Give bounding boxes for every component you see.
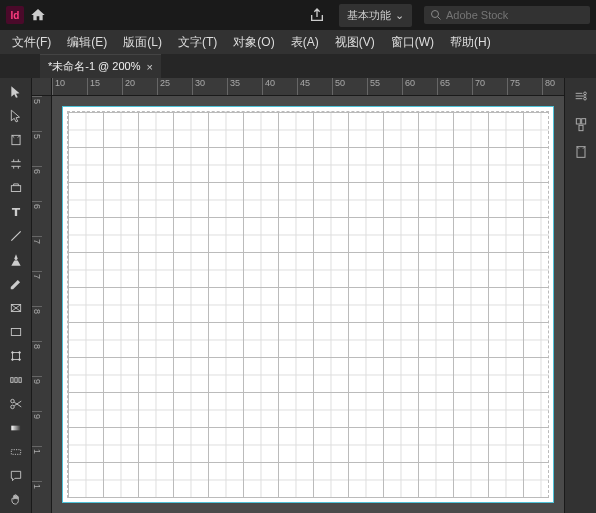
app-icon: Id	[6, 6, 24, 24]
svg-rect-4	[11, 329, 20, 336]
scissors-tool[interactable]	[0, 392, 32, 416]
svg-point-13	[11, 399, 15, 403]
ruler-tick: 8	[32, 306, 42, 341]
svg-point-6	[12, 352, 14, 354]
selection-tool[interactable]	[0, 80, 32, 104]
svg-rect-16	[11, 450, 20, 455]
ruler-tick: 15	[87, 78, 122, 95]
free-transform-tool[interactable]	[0, 344, 32, 368]
direct-selection-tool[interactable]	[0, 104, 32, 128]
ruler-tick: 10	[52, 78, 87, 95]
ruler-tick: 5	[32, 96, 42, 131]
search-icon	[430, 9, 442, 21]
ruler-tick: 50	[332, 78, 367, 95]
menu-window[interactable]: 窗口(W)	[383, 31, 442, 54]
svg-rect-11	[15, 378, 17, 383]
svg-rect-12	[19, 378, 21, 383]
workspace-label: 基本功能	[347, 8, 391, 23]
svg-rect-10	[11, 378, 13, 383]
ruler-tick: 65	[437, 78, 472, 95]
document-tab[interactable]: *未命名-1 @ 200% ×	[40, 54, 161, 78]
ruler-tick: 30	[192, 78, 227, 95]
ruler-tick: 9	[32, 411, 42, 446]
ruler-tick: 5	[32, 131, 42, 166]
svg-rect-15	[11, 426, 20, 431]
type-tool[interactable]	[0, 200, 32, 224]
home-icon[interactable]	[30, 7, 46, 23]
svg-point-0	[432, 11, 439, 18]
ruler-tick: 80	[542, 78, 564, 95]
ruler-origin[interactable]	[32, 78, 52, 96]
rectangle-tool[interactable]	[0, 320, 32, 344]
svg-point-7	[19, 352, 21, 354]
menu-table[interactable]: 表(A)	[283, 31, 327, 54]
svg-point-8	[12, 359, 14, 361]
svg-point-17	[584, 92, 587, 95]
canvas-viewport[interactable]	[52, 96, 564, 513]
ruler-tick: 75	[507, 78, 542, 95]
ruler-tick: 7	[32, 236, 42, 271]
chevron-down-icon: ⌄	[395, 9, 404, 22]
ruler-tick: 8	[32, 341, 42, 376]
svg-rect-2	[11, 186, 20, 192]
document-page[interactable]	[62, 106, 554, 503]
menu-edit[interactable]: 编辑(E)	[59, 31, 115, 54]
toolbox	[0, 78, 32, 513]
tab-close-button[interactable]: ×	[146, 61, 152, 73]
menu-object[interactable]: 对象(O)	[225, 31, 282, 54]
search-input[interactable]	[446, 9, 584, 21]
ruler-tick: 45	[297, 78, 332, 95]
ruler-tick: 25	[157, 78, 192, 95]
pen-tool[interactable]	[0, 248, 32, 272]
svg-point-18	[584, 97, 587, 100]
ruler-tick: 35	[227, 78, 262, 95]
ruler-tick: 6	[32, 201, 42, 236]
color-theme-tool[interactable]	[0, 368, 32, 392]
svg-point-14	[11, 405, 15, 409]
ruler-vertical[interactable]: 556677889911	[32, 96, 52, 513]
document-grid	[67, 111, 549, 498]
layers-panel-icon[interactable]	[565, 138, 596, 166]
ruler-horizontal[interactable]: 10152025303540455055606570758085	[52, 78, 564, 96]
hand-tool[interactable]	[0, 488, 32, 512]
ruler-tick: 40	[262, 78, 297, 95]
gap-tool[interactable]	[0, 152, 32, 176]
ruler-tick: 1	[32, 446, 42, 481]
ruler-tick: 20	[122, 78, 157, 95]
gradient-feather-tool[interactable]	[0, 440, 32, 464]
svg-point-9	[19, 359, 21, 361]
svg-rect-19	[576, 119, 580, 124]
workspace-switcher[interactable]: 基本功能 ⌄	[339, 4, 412, 27]
ruler-tick: 6	[32, 166, 42, 201]
rectangle-frame-tool[interactable]	[0, 296, 32, 320]
menu-view[interactable]: 视图(V)	[327, 31, 383, 54]
menu-type[interactable]: 文字(T)	[170, 31, 225, 54]
properties-panel-icon[interactable]	[565, 82, 596, 110]
menu-layout[interactable]: 版面(L)	[115, 31, 170, 54]
ruler-tick: 55	[367, 78, 402, 95]
content-collector-tool[interactable]	[0, 176, 32, 200]
ruler-tick: 1	[32, 481, 42, 513]
svg-rect-20	[582, 119, 586, 124]
ruler-tick: 60	[402, 78, 437, 95]
pages-panel-icon[interactable]	[565, 110, 596, 138]
pencil-tool[interactable]	[0, 272, 32, 296]
share-icon[interactable]	[309, 7, 325, 23]
ruler-tick: 9	[32, 376, 42, 411]
gradient-swatch-tool[interactable]	[0, 416, 32, 440]
tab-title: *未命名-1 @ 200%	[48, 59, 140, 74]
search-box[interactable]	[424, 6, 590, 24]
svg-rect-21	[579, 125, 583, 130]
ruler-tick: 7	[32, 271, 42, 306]
right-panels	[564, 78, 596, 513]
page-tool[interactable]	[0, 128, 32, 152]
svg-rect-5	[13, 353, 20, 360]
menu-file[interactable]: 文件(F)	[4, 31, 59, 54]
note-tool[interactable]	[0, 464, 32, 488]
line-tool[interactable]	[0, 224, 32, 248]
menu-help[interactable]: 帮助(H)	[442, 31, 499, 54]
ruler-tick: 70	[472, 78, 507, 95]
